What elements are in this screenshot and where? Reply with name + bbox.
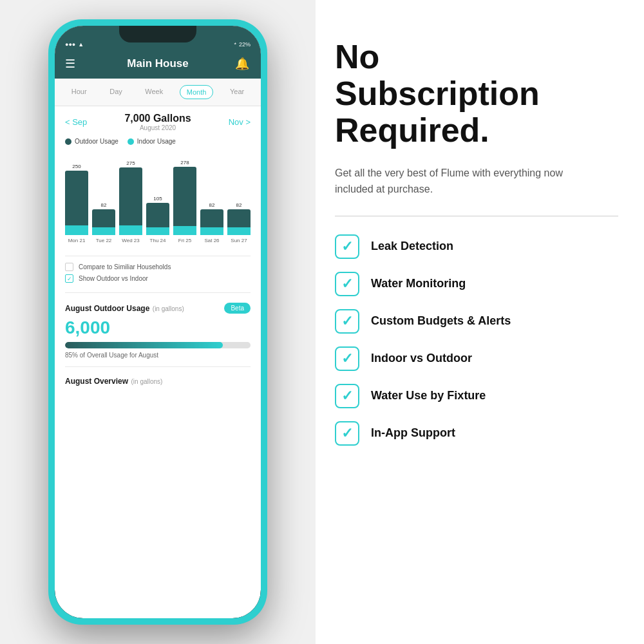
divider-2 [65, 292, 251, 293]
month-nav: < Sep 7,000 Gallons August 2020 Nov > [55, 106, 261, 134]
feature-leak-detection: ✓ Leak Detection [335, 234, 618, 259]
feature-list: ✓ Leak Detection ✓ Water Monitoring ✓ Cu… [335, 234, 618, 446]
checkbox-outdoor-indoor-label: Show Outdoor vs Indoor [79, 275, 148, 282]
bar-stack-fri25 [173, 167, 196, 235]
check-icon-indoor-outdoor: ✓ [341, 350, 353, 367]
checkbox-outdoor-indoor-box[interactable]: ✓ [65, 274, 73, 283]
main-headline: No Subscription Required. [335, 39, 618, 149]
tab-hour[interactable]: Hour [65, 85, 93, 99]
bar-label-82a: 82 [101, 202, 107, 208]
bar-wed23: 275 [119, 160, 142, 235]
check-box-support: ✓ [335, 421, 359, 446]
checkbox-compare-label: Compare to Similiar Households [79, 263, 171, 270]
feature-label-budgets: Custom Budgets & Alerts [371, 314, 511, 328]
outdoor-bar-wed23 [119, 167, 142, 225]
tab-week[interactable]: Week [138, 85, 169, 99]
bar-thu24: 105 [146, 196, 169, 235]
checkboxes-section: Compare to Similiar Households ✓ Show Ou… [55, 260, 261, 289]
chart-bars: 250 82 [62, 151, 253, 235]
header-title: Main House [80, 57, 235, 70]
outdoor-bar-thu24 [146, 203, 169, 227]
bar-label-82b: 82 [209, 202, 215, 208]
chart-area: 250 82 [55, 149, 261, 252]
feature-label-support: In-App Support [371, 426, 455, 440]
indoor-bar-thu24 [146, 227, 169, 235]
feature-budgets: ✓ Custom Budgets & Alerts [335, 309, 618, 334]
overview-title: August Overview [65, 377, 128, 386]
usage-number: 6,000 [65, 317, 251, 338]
check-box-fixture: ✓ [335, 384, 359, 408]
usage-header: August Outdoor Usage (in gallons) Beta [65, 302, 251, 314]
bell-icon[interactable]: 🔔 [235, 57, 251, 71]
bar-stack-sun27 [227, 209, 251, 235]
next-month-button[interactable]: Nov > [229, 117, 251, 127]
tab-day[interactable]: Day [103, 85, 129, 99]
battery-text: 22% [239, 41, 251, 48]
indoor-bar-mon21 [65, 225, 88, 235]
feature-fixture: ✓ Water Use by Fixture [335, 384, 618, 408]
tab-month[interactable]: Month [180, 85, 214, 99]
divider-1 [65, 256, 251, 256]
indoor-bar-sat26 [200, 227, 223, 235]
menu-icon[interactable]: ☰ [65, 57, 80, 71]
bar-label-82c: 82 [236, 202, 242, 208]
outdoor-bar-sat26 [200, 209, 223, 227]
feature-indoor-outdoor: ✓ Indoor vs Outdoor [335, 346, 618, 371]
outdoor-dot [65, 138, 71, 145]
checkbox-compare-box[interactable] [65, 263, 73, 271]
checkbox-compare[interactable]: Compare to Similiar Households [65, 263, 251, 271]
outdoor-bar-tue22 [92, 209, 115, 227]
overview-section: August Overview (in gallons) [55, 371, 261, 390]
divider-3 [65, 366, 251, 367]
feature-label-fixture: Water Use by Fixture [371, 389, 486, 402]
progress-bar-fill [65, 342, 223, 348]
tab-bar: Hour Day Week Month Year [55, 79, 261, 106]
feature-support: ✓ In-App Support [335, 421, 618, 446]
bar-label-278: 278 [180, 160, 189, 166]
bar-label-105: 105 [153, 196, 162, 202]
check-icon-budgets: ✓ [341, 313, 353, 330]
bar-tue22: 82 [92, 202, 115, 235]
phone-screen: ●●● ▲ * 22% ☰ Main House 🔔 [55, 26, 261, 618]
beta-badge: Beta [224, 303, 251, 314]
label-wed23: Wed 23 [119, 238, 142, 243]
month-center: 7,000 Gallons August 2020 [124, 113, 191, 131]
month-date: August 2020 [124, 124, 191, 131]
label-sun27: Sun 27 [227, 238, 251, 243]
sub-text: Get all the very best of Flume with ever… [335, 165, 567, 198]
feature-label-leak: Leak Detection [371, 240, 453, 253]
chart-legend: Outdoor Usage Indoor Usage [55, 134, 261, 149]
wifi-icon: ▲ [78, 41, 84, 48]
legend-outdoor: Outdoor Usage [65, 138, 118, 145]
outdoor-bar-sun27 [227, 209, 251, 227]
progress-label: 85% of Overall Usage for August [65, 352, 251, 359]
bar-stack-mon21 [65, 171, 88, 235]
status-right-icons: * 22% [234, 41, 251, 48]
usage-section: August Outdoor Usage (in gallons) Beta 6… [55, 297, 261, 363]
feature-label-indoor-outdoor: Indoor vs Outdoor [371, 352, 472, 365]
hr-divider [335, 216, 618, 216]
phone-inner: ●●● ▲ * 22% ☰ Main House 🔔 [55, 26, 261, 618]
prev-month-button[interactable]: < Sep [65, 117, 87, 127]
indoor-label: Indoor Usage [137, 138, 176, 145]
phone-outer: ●●● ▲ * 22% ☰ Main House 🔔 [48, 19, 267, 625]
label-thu24: Thu 24 [146, 238, 169, 243]
bluetooth-icon: * [234, 41, 236, 48]
bar-stack-sat26 [200, 209, 223, 235]
checkbox-outdoor-indoor[interactable]: ✓ Show Outdoor vs Indoor [65, 274, 251, 283]
check-icon-leak: ✓ [341, 238, 353, 255]
label-fri25: Fri 25 [173, 238, 196, 243]
bar-fri25: 278 [173, 160, 196, 235]
tab-year[interactable]: Year [223, 85, 251, 99]
bar-stack-thu24 [146, 203, 169, 235]
feature-water-monitoring: ✓ Water Monitoring [335, 272, 618, 296]
bar-sun27: 82 [227, 202, 251, 235]
bar-sat26: 82 [200, 202, 223, 235]
bar-mon21: 250 [65, 164, 88, 235]
check-box-indoor-outdoor: ✓ [335, 346, 359, 371]
outdoor-bar-fri25 [173, 167, 196, 226]
usage-title: August Outdoor Usage [65, 304, 149, 313]
bar-label-275: 275 [126, 160, 135, 166]
usage-title-group: August Outdoor Usage (in gallons) [65, 302, 184, 314]
indoor-bar-sun27 [227, 227, 251, 235]
